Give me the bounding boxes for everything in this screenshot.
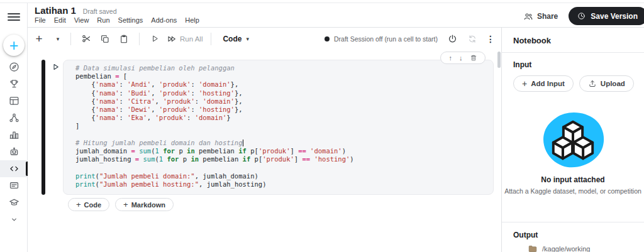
sidebar-item-datasets[interactable] (0, 92, 28, 109)
add-code-cell-button[interactable]: + Code (68, 198, 109, 211)
create-button[interactable]: + (3, 35, 25, 56)
cell-type-selector[interactable]: Code ▾ (217, 35, 255, 43)
restart-session-button[interactable] (467, 34, 478, 44)
sidebar-item-learn[interactable] (0, 194, 28, 211)
notebook-side-panel: Notebook Input + Add Input Upload (501, 28, 644, 252)
power-button[interactable] (446, 33, 458, 44)
cubes-illustration (536, 108, 609, 173)
panel-divider (502, 222, 644, 222)
kebab-icon: ⋮ (486, 34, 495, 44)
caret-down-icon: ▾ (246, 36, 249, 42)
menu-file[interactable]: File (35, 16, 46, 24)
panel-title: Notebook (513, 36, 551, 45)
down-arrow-icon: ↓ (459, 54, 463, 62)
empty-input-title: No input attached (502, 175, 644, 184)
power-icon (447, 33, 458, 44)
cell-focus-bar[interactable] (42, 60, 45, 195)
sidebar-item-packages[interactable] (0, 143, 28, 160)
header: Latihan 1 Draft saved File Edit View Run… (28, 3, 644, 28)
menu-run[interactable]: Run (97, 16, 109, 24)
datasets-table-icon (8, 95, 20, 107)
share-button[interactable]: Share (523, 11, 558, 21)
session-status-label: Draft Session off (run a cell to start) (334, 35, 438, 43)
copy-icon (100, 34, 110, 44)
left-sidebar: + (0, 3, 28, 252)
move-cell-up-button[interactable]: ↑ (449, 55, 453, 62)
upload-button[interactable]: Upload (579, 75, 634, 92)
output-working-dir-row[interactable]: /kaggle/working (528, 245, 590, 252)
scrollbar-thumb[interactable] (497, 52, 501, 68)
menu-settings[interactable]: Settings (118, 16, 143, 24)
run-cell-button[interactable] (145, 34, 164, 43)
session-status-dot (325, 36, 330, 41)
hamburger-menu-icon[interactable] (8, 11, 20, 23)
menu-add-ons[interactable]: Add-ons (151, 16, 177, 24)
save-version-label: Save Version (591, 12, 638, 21)
add-input-button[interactable]: + Add Input (513, 75, 574, 92)
sidebar-item-models[interactable] (0, 109, 28, 126)
share-people-icon (523, 11, 533, 21)
upload-icon (588, 79, 597, 88)
cell-actions-toolbar: ↑ ↓ (440, 52, 486, 64)
graduation-cap-icon (8, 197, 20, 209)
plus-icon: + (522, 79, 527, 88)
add-markdown-cell-button[interactable]: + Markdown (115, 198, 174, 211)
sidebar-item-competitions[interactable] (0, 75, 28, 92)
toolbar-divider (70, 33, 71, 45)
toolbar-divider (139, 33, 140, 45)
move-cell-down-button[interactable]: ↓ (459, 55, 463, 62)
session-status: Draft Session off (run a cell to start) (325, 35, 438, 43)
output-section-heading: Output (513, 231, 538, 239)
models-network-icon (8, 112, 20, 124)
menu-edit[interactable]: Edit (54, 16, 66, 24)
cell-run-button[interactable] (51, 62, 60, 72)
more-options-button[interactable]: ⋮ (486, 34, 496, 44)
trophy-icon (8, 78, 20, 90)
add-input-label: Add Input (531, 80, 565, 87)
plus-icon: + (35, 32, 42, 46)
empty-input-subtitle: Attach a Kaggle dataset, model, or compe… (502, 187, 644, 195)
run-all-button[interactable]: Run All (167, 34, 203, 44)
plus-icon: + (9, 38, 19, 53)
menu-help[interactable]: Help (185, 16, 199, 24)
scissors-icon (81, 33, 92, 44)
code-icon (8, 163, 20, 175)
input-section-heading: Input (513, 60, 531, 69)
share-label: Share (537, 12, 558, 21)
sidebar-item-benchmarks[interactable] (0, 126, 28, 143)
history-clock-icon (577, 11, 586, 21)
sidebar-item-home[interactable] (0, 58, 28, 75)
compass-icon (8, 61, 20, 73)
clipboard-icon (119, 34, 129, 44)
plus-icon: + (123, 200, 128, 209)
sidebar-item-discussions[interactable] (0, 177, 28, 194)
trash-icon[interactable] (470, 54, 477, 62)
copy-button[interactable] (96, 34, 114, 44)
comment-icon (8, 180, 20, 192)
menu-bar: File Edit View Run Settings Add-ons Help (35, 16, 199, 24)
cut-button[interactable] (77, 33, 96, 44)
code-cell[interactable]: # Data simulasi pembelian oleh pelanggan… (63, 60, 494, 195)
notebook-title[interactable]: Latihan 1 (35, 5, 76, 16)
autosave-status: Draft saved (83, 8, 117, 15)
add-cell-button[interactable]: + (31, 32, 47, 46)
play-icon (150, 34, 160, 43)
empty-input-illustration (502, 108, 644, 173)
run-all-label: Run All (180, 35, 203, 43)
add-cell-dropdown[interactable]: ▾ (51, 36, 65, 42)
code-lines[interactable]: # Data simulasi pembelian oleh pelanggan… (64, 60, 493, 189)
chevron-down-icon (9, 214, 19, 225)
double-play-icon (167, 34, 177, 44)
panel-divider (502, 52, 644, 53)
caret-down-icon: ▾ (57, 36, 60, 42)
robot-icon (8, 146, 20, 158)
add-code-label: Code (84, 201, 102, 209)
sidebar-item-more[interactable] (0, 211, 28, 228)
save-version-button[interactable]: Save Version (569, 7, 644, 25)
bar-chart-icon (8, 129, 20, 141)
play-icon (51, 62, 60, 72)
sidebar-item-code[interactable] (0, 160, 28, 177)
sidebar-nav (0, 58, 28, 228)
menu-view[interactable]: View (74, 16, 89, 24)
paste-button[interactable] (114, 34, 133, 44)
